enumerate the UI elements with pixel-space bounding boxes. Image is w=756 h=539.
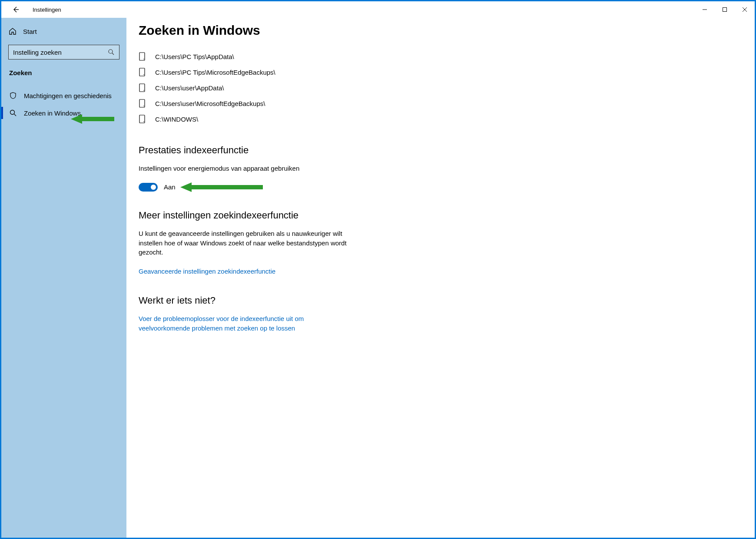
back-button[interactable]: [9, 3, 22, 16]
excluded-folder-item[interactable]: C:\Users\PC Tips\AppData\: [139, 49, 563, 64]
power-mode-toggle[interactable]: [139, 183, 158, 192]
section-title-performance: Prestaties indexeerfunctie: [139, 145, 563, 156]
home-icon: [8, 27, 17, 36]
svg-marker-14: [180, 182, 263, 192]
excluded-folder-item[interactable]: C:\WINDOWS\: [139, 112, 563, 126]
svg-point-11: [143, 106, 144, 106]
content-area: Start Zoeken Machtigingen en geschiedeni…: [1, 18, 563, 402]
window-title: Instellingen: [33, 7, 61, 13]
shield-icon: [9, 92, 17, 99]
main-panel: Zoeken in Windows C:\Users\PC Tips\AppDa…: [126, 18, 563, 402]
excluded-folder-item[interactable]: C:\Users\PC Tips\MicrosoftEdgeBackups\: [139, 65, 563, 79]
svg-point-5: [143, 59, 144, 60]
sidebar-item-permissions[interactable]: Machtigingen en geschiedenis: [8, 87, 119, 104]
folder-path: C:\Users\PC Tips\MicrosoftEdgeBackups\: [155, 69, 275, 76]
sidebar-item-label: Zoeken in Windows: [24, 109, 81, 117]
drive-icon: [139, 68, 146, 76]
annotation-arrow-toggle: [180, 182, 263, 193]
magnifier-icon: [9, 109, 17, 117]
excluded-folder-item[interactable]: C:\Users\user\AppData\: [139, 80, 563, 95]
sidebar-search[interactable]: [8, 45, 119, 60]
svg-point-9: [143, 90, 144, 91]
excluded-folder-item[interactable]: C:\Users\user\MicrosoftEdgeBackups\: [139, 96, 563, 111]
drive-icon: [139, 115, 146, 123]
search-input[interactable]: [13, 49, 108, 56]
section-title-troubleshoot: Werkt er iets niet?: [139, 295, 563, 306]
svg-point-7: [143, 74, 144, 75]
section-title-more: Meer instellingen zoekindexeerfunctie: [139, 210, 563, 221]
excluded-folders-list: C:\Users\PC Tips\AppData\ C:\Users\PC Ti…: [139, 49, 563, 126]
titlebar: Instellingen: [1, 1, 563, 18]
drive-icon: [139, 52, 146, 61]
toggle-state-label: Aan: [164, 183, 176, 191]
drive-icon: [139, 99, 146, 108]
section-desc-more: U kunt de geavanceerde instellingen gebr…: [139, 229, 365, 257]
folder-path: C:\Users\user\AppData\: [155, 84, 224, 92]
sidebar: Start Zoeken Machtigingen en geschiedeni…: [1, 18, 126, 402]
settings-window: Instellingen Start Zoeken: [1, 1, 563, 402]
power-mode-toggle-row: Aan: [139, 183, 563, 192]
arrow-left-icon: [12, 6, 19, 13]
folder-path: C:\Users\PC Tips\AppData\: [155, 53, 234, 60]
sidebar-home[interactable]: Start: [8, 24, 119, 39]
troubleshooter-link[interactable]: Voer de probleemoplosser voor de indexee…: [139, 314, 325, 334]
section-desc-performance: Instellingen voor energiemodus van appar…: [139, 164, 365, 173]
advanced-indexer-link[interactable]: Geavanceerde instellingen zoekindexeerfu…: [139, 267, 325, 277]
sidebar-item-label: Machtigingen en geschiedenis: [24, 92, 112, 99]
svg-point-2: [10, 110, 15, 115]
page-title: Zoeken in Windows: [139, 23, 563, 38]
svg-point-13: [143, 121, 144, 122]
svg-point-1: [109, 50, 113, 53]
search-icon: [108, 49, 115, 56]
sidebar-home-label: Start: [23, 28, 37, 35]
folder-path: C:\WINDOWS\: [155, 116, 198, 123]
sidebar-category: Zoeken: [8, 69, 119, 76]
folder-path: C:\Users\user\MicrosoftEdgeBackups\: [155, 100, 265, 107]
drive-icon: [139, 83, 146, 92]
toggle-knob: [151, 185, 156, 190]
sidebar-item-searching-windows[interactable]: Zoeken in Windows: [8, 104, 119, 122]
